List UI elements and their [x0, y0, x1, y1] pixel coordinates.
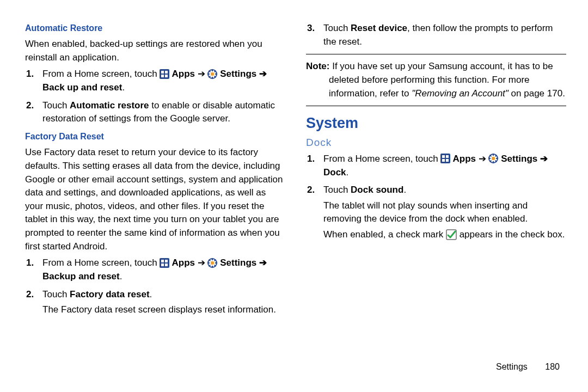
arrow-icon: ➔: [195, 258, 207, 268]
term: Automatic restore: [70, 100, 149, 111]
svg-rect-18: [161, 264, 164, 266]
divider: [306, 54, 566, 54]
text: appears in the check box.: [457, 229, 565, 240]
settings-label: Settings: [498, 154, 540, 164]
list-item: 2. Touch Automatic restore to enable or …: [38, 99, 285, 126]
heading-automatic-restore: Automatic Restore: [25, 22, 285, 34]
footer-section: Settings: [496, 362, 528, 371]
list-item: 1. From a Home screen, touch Apps ➔ Sett…: [38, 68, 285, 94]
term: Dock sound: [351, 185, 403, 195]
arrow-icon: ➔: [476, 154, 488, 164]
svg-rect-30: [440, 154, 450, 163]
step-number: 1.: [26, 256, 34, 270]
svg-point-44: [492, 157, 495, 160]
list-item: 2. Touch Factory data reset. The Factory…: [38, 288, 285, 317]
list-item: 1. From a Home screen, touch Apps ➔ Sett…: [38, 256, 285, 283]
apps-label: Apps: [450, 154, 476, 164]
svg-rect-15: [160, 258, 169, 268]
step-subtext: The Factory data reset screen displays r…: [42, 303, 285, 317]
right-column: 3. Touch Reset device, then follow the p…: [306, 20, 566, 357]
period: .: [346, 167, 349, 177]
divider: [306, 106, 566, 106]
step-text: From a Home screen, touch: [42, 258, 160, 268]
svg-rect-31: [442, 155, 445, 158]
text: When enabled, a check mark: [323, 229, 446, 240]
step-text: Touch: [42, 289, 70, 299]
term: Reset device: [351, 23, 407, 33]
svg-point-14: [211, 72, 214, 76]
period: .: [122, 82, 125, 93]
step-number: 2.: [26, 288, 34, 302]
svg-rect-0: [160, 69, 169, 79]
period: .: [150, 289, 152, 299]
checkmark-icon: [446, 229, 457, 240]
list-item: 2. Touch Dock sound. The tablet will not…: [319, 183, 566, 242]
svg-rect-17: [165, 260, 168, 262]
step-text: From a Home screen, touch: [323, 154, 440, 164]
step-text: From a Home screen, touch: [42, 69, 160, 79]
apps-label: Apps: [169, 69, 195, 79]
svg-rect-33: [442, 159, 445, 162]
apps-label: Apps: [169, 258, 195, 268]
svg-rect-2: [165, 71, 168, 74]
list-item: 1. From a Home screen, touch Apps ➔ Sett…: [319, 152, 566, 179]
term: Factory data reset: [70, 289, 149, 299]
svg-rect-4: [165, 75, 168, 77]
arrow-icon: ➔: [195, 69, 207, 79]
auto-restore-steps: 1. From a Home screen, touch Apps ➔ Sett…: [25, 68, 285, 126]
heading-dock: Dock: [306, 135, 566, 150]
period: .: [120, 271, 122, 281]
factory-intro: Use Factory data reset to return your de…: [25, 146, 285, 253]
step-number: 1.: [26, 68, 34, 81]
heading-factory-reset: Factory Data Reset: [25, 130, 285, 143]
step-number: 2.: [307, 183, 315, 197]
apps-icon: [160, 258, 169, 268]
step-text: Touch: [323, 185, 351, 195]
settings-label: Settings: [217, 258, 259, 268]
svg-rect-32: [446, 155, 449, 158]
svg-rect-19: [165, 264, 168, 266]
settings-label: Settings: [217, 69, 259, 79]
list-item: 3. Touch Reset device, then follow the p…: [319, 22, 566, 48]
factory-steps: 1. From a Home screen, touch Apps ➔ Sett…: [25, 256, 285, 317]
svg-rect-3: [161, 75, 164, 77]
period: .: [403, 185, 406, 195]
svg-rect-16: [161, 260, 164, 262]
svg-point-29: [211, 261, 214, 265]
note-text: on page 170.: [509, 88, 565, 99]
settings-icon: [207, 258, 217, 268]
settings-icon: [207, 69, 217, 79]
page-number: 180: [545, 360, 560, 373]
left-column: Automatic Restore When enabled, backed-u…: [25, 20, 285, 357]
apps-icon: [160, 69, 169, 79]
step-text: Touch: [42, 100, 70, 111]
reset-continued-steps: 3. Touch Reset device, then follow the p…: [306, 22, 566, 48]
dock-steps: 1. From a Home screen, touch Apps ➔ Sett…: [306, 152, 566, 242]
auto-restore-intro: When enabled, backed-up settings are res…: [25, 38, 285, 64]
step-subtext: The tablet will not play sounds when ins…: [323, 199, 566, 226]
step-number: 2.: [26, 99, 34, 113]
step-subtext: When enabled, a check mark appears in th…: [323, 228, 566, 242]
note-block: Note: If you have set up your Samsung ac…: [306, 60, 566, 100]
apps-icon: [440, 154, 450, 163]
note-reference: "Removing an Account": [412, 88, 509, 99]
svg-rect-1: [161, 71, 164, 74]
page-footer: Settings 180: [25, 360, 566, 373]
heading-system: System: [306, 113, 566, 134]
step-number: 3.: [307, 22, 315, 35]
svg-rect-34: [446, 159, 449, 162]
note-label: Note:: [306, 61, 329, 71]
settings-icon: [488, 154, 498, 163]
step-text: Touch: [323, 23, 351, 33]
step-number: 1.: [307, 152, 315, 166]
